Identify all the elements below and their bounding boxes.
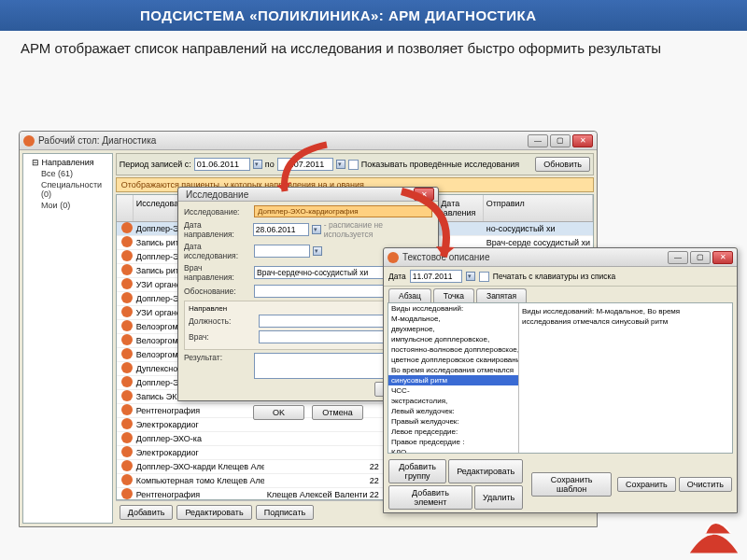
- tree-root[interactable]: ⊟ Направления: [26, 157, 109, 168]
- maximize-button[interactable]: ▢: [550, 134, 571, 147]
- clear-button[interactable]: Очистить: [679, 477, 732, 492]
- row-status-icon: [121, 488, 133, 499]
- save-template-button[interactable]: Сохранить шаблон: [531, 472, 612, 497]
- cell-research: Допплер-ЭХО-карди Клещев Алексей Валенти…: [134, 462, 264, 471]
- print-checkbox[interactable]: [479, 272, 489, 282]
- show-done-checkbox[interactable]: [348, 160, 359, 170]
- text-titlebar[interactable]: Текстовое описание — ▢ ✕: [384, 248, 737, 267]
- row-status-icon: [121, 362, 133, 373]
- row-status-icon: [121, 432, 133, 443]
- row-status-icon: [121, 474, 133, 485]
- main-title: Рабочий стол: Диагностика: [38, 135, 526, 146]
- doctor-label: Врач:: [189, 332, 256, 342]
- show-done-label: Показывать проведённые исследования: [361, 160, 519, 169]
- edit-item-button[interactable]: Редактировать: [448, 459, 523, 483]
- tab-comma[interactable]: Запятая: [476, 288, 527, 302]
- list-item[interactable]: Виды исследований:: [388, 303, 518, 314]
- row-status-icon: [121, 460, 133, 471]
- list-item[interactable]: Левое предсердие:: [388, 427, 518, 437]
- delete-button[interactable]: Удалить: [474, 485, 523, 510]
- date-dir-input[interactable]: [253, 223, 309, 236]
- list-item[interactable]: постоянно-волновое допплеровское,: [388, 344, 518, 355]
- sign-button[interactable]: Подписать: [256, 505, 315, 520]
- cell-research: Допплер-ЭХО-ка: [134, 434, 264, 443]
- date-dir-dd-icon[interactable]: [312, 225, 321, 234]
- close-button[interactable]: ✕: [572, 134, 593, 147]
- text-max-button[interactable]: ▢: [690, 251, 711, 264]
- tree-item-mine[interactable]: Мои (0): [26, 200, 109, 211]
- add-group-button[interactable]: Добавить группу: [388, 459, 446, 483]
- list-item[interactable]: Во время исследования отмечался: [388, 365, 518, 375]
- cell-research: Электрокардиог: [134, 448, 264, 457]
- text-date-input[interactable]: [410, 270, 462, 283]
- list-item[interactable]: экстрасистолия,: [388, 396, 518, 406]
- row-status-icon: [121, 390, 133, 401]
- date-from-input[interactable]: [194, 158, 250, 171]
- list-item[interactable]: Правое предсердие :: [388, 437, 518, 447]
- research-dropdown[interactable]: Допплер-ЭХО-кардиография: [254, 205, 432, 217]
- row-status-icon: [121, 292, 133, 303]
- row-status-icon: [121, 236, 133, 247]
- sentby-label: Врач направления:: [184, 263, 251, 282]
- date-res-dd-icon[interactable]: [313, 246, 322, 256]
- text-min-button[interactable]: —: [668, 251, 688, 264]
- nav-tree[interactable]: ⊟ Направления Все (61) Специальности (0)…: [22, 153, 113, 524]
- tree-item-all[interactable]: Все (61): [26, 168, 109, 179]
- text-date-dd-icon[interactable]: [466, 272, 475, 281]
- text-description-dialog: Текстовое описание — ▢ ✕ Дата Печатать с…: [383, 247, 738, 513]
- list-item[interactable]: Левый желудочек:: [388, 406, 518, 416]
- tab-paragraph[interactable]: Абзац: [388, 288, 431, 302]
- research-title: Исследование: [182, 189, 412, 200]
- cell-patient: Клещев Алексей Валентинович: [264, 490, 367, 499]
- cancel-button[interactable]: Отмена: [312, 405, 363, 420]
- list-item[interactable]: двухмерное,: [388, 324, 518, 334]
- description-text[interactable]: Виды исследований: М-модальное, Во время…: [519, 303, 732, 453]
- row-status-icon: [121, 418, 133, 429]
- tab-dot[interactable]: Точка: [433, 288, 474, 302]
- schedule-note: - расписание не используется: [324, 220, 432, 239]
- edit-button[interactable]: Редактировать: [176, 505, 251, 520]
- slide-header: ПОДСИСТЕМА «ПОЛИКЛИНИКА»: АРМ ДИАГНОСТИК…: [0, 0, 747, 31]
- template-list[interactable]: Виды исследований:М-модальное,двухмерное…: [388, 303, 519, 453]
- list-item[interactable]: цветное допплеровское сканирование,: [388, 355, 518, 365]
- print-label: Печатать с клавиатуры из списка: [493, 272, 615, 281]
- list-item[interactable]: синусовый ритм: [388, 375, 518, 385]
- date-res-input[interactable]: [254, 245, 310, 258]
- update-button[interactable]: Обновить: [535, 157, 590, 172]
- tree-item-spec[interactable]: Специальности (0): [26, 179, 109, 200]
- filter-bar: Период записей с: по Показывать проведён…: [116, 153, 594, 175]
- list-item[interactable]: М-модальное,: [388, 314, 518, 324]
- main-titlebar[interactable]: Рабочий стол: Диагностика — ▢ ✕: [20, 132, 597, 150]
- row-status-icon: [121, 376, 133, 387]
- minimize-button[interactable]: —: [528, 134, 548, 147]
- row-status-icon: [121, 348, 133, 359]
- date-res-label: Дата исследования:: [184, 242, 251, 260]
- row-status-icon: [121, 306, 133, 317]
- research-titlebar[interactable]: Исследование ✕: [178, 188, 438, 202]
- add-button[interactable]: Добавить: [120, 505, 174, 520]
- row-status-icon: [121, 222, 133, 233]
- list-item[interactable]: импульсное допплеровское,: [388, 334, 518, 344]
- result-label: Результат:: [184, 353, 251, 362]
- cell-sent: Врач-серде сосудистый хи: [484, 238, 593, 247]
- text-close-button[interactable]: ✕: [712, 251, 733, 264]
- text-footer: Добавить группу Редактировать Добавить э…: [384, 456, 737, 512]
- corner-logo-icon: [688, 508, 740, 554]
- tab-bar: Абзац Точка Запятая: [384, 287, 737, 302]
- date-from-dropdown-icon[interactable]: [253, 160, 262, 169]
- text-toolbar: Дата Печатать с клавиатуры из списка: [384, 267, 737, 287]
- date-to-input[interactable]: [277, 158, 333, 171]
- list-item[interactable]: КДО: [388, 447, 518, 453]
- save-button[interactable]: Сохранить: [617, 477, 676, 492]
- cell-research: Компьютерная томо Клещев Алексей Валенти…: [134, 476, 264, 485]
- list-item[interactable]: ЧСС-: [388, 385, 518, 396]
- add-elem-button[interactable]: Добавить элемент: [388, 485, 472, 510]
- row-status-icon: [121, 404, 133, 415]
- research-close-button[interactable]: ✕: [414, 188, 434, 201]
- list-item[interactable]: Правый желудочек:: [388, 416, 518, 427]
- cell-research: Рентгенография: [134, 490, 264, 499]
- date-to-dropdown-icon[interactable]: [336, 160, 345, 169]
- ok-button[interactable]: OK: [253, 405, 304, 420]
- text-date-label: Дата: [388, 272, 406, 281]
- date-dir-label: Дата направления:: [184, 220, 250, 239]
